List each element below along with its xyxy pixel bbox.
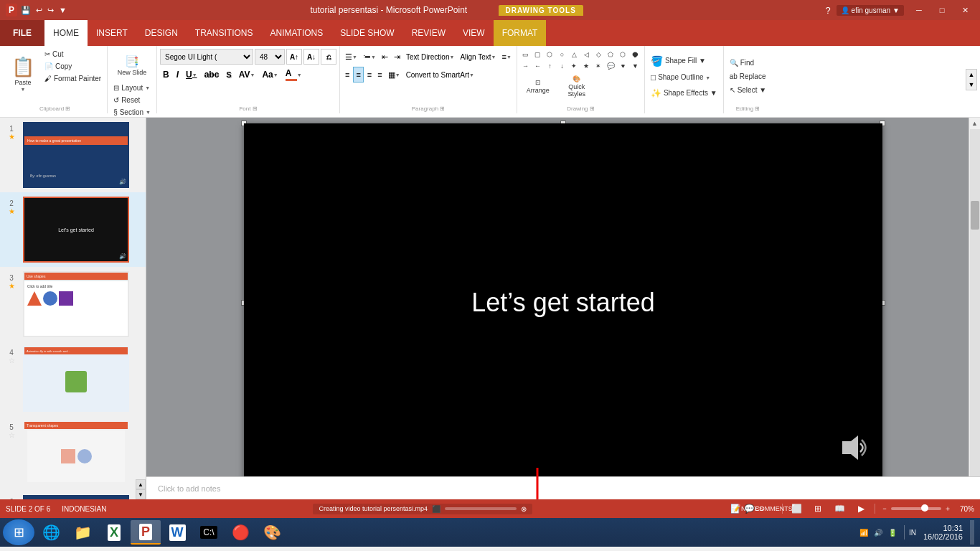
font-name-select[interactable]: Segoe UI Light ( [160,49,253,65]
scroll-up-button[interactable]: ▲ [969,118,981,129]
align-right-button[interactable]: ≡ [365,67,374,83]
taskbar-app-powerpoint[interactable]: P [131,520,161,545]
undo-icon[interactable]: ↩ [34,5,44,16]
shape-snip-rect[interactable]: ⬡ [545,49,555,60]
font-color-button[interactable]: A ▼ [283,67,305,83]
cut-button[interactable]: ✂ Cut [42,49,104,60]
taskbar-app-paint[interactable]: 🎨 [257,520,287,545]
decrease-indent-button[interactable]: ⇤ [380,49,390,65]
tab-view[interactable]: VIEW [454,20,494,46]
zoom-slider[interactable] [891,507,941,510]
shape-rect[interactable]: ▭ [520,49,531,60]
shape-effects-button[interactable]: ✨ Shape Effects ▼ [648,87,720,100]
shape-darrow[interactable]: ↓ [557,60,567,71]
network-icon[interactable]: 📶 [859,529,868,537]
taskbar-app-word[interactable]: W [162,520,192,545]
shape-diamond[interactable]: ◇ [593,49,604,60]
shape-triangle[interactable]: △ [569,49,580,60]
columns-button[interactable]: ▦ ▼ [386,67,402,83]
close-button[interactable]: ✕ [956,3,974,17]
section-button[interactable]: § Section ▼ [110,107,154,118]
normal-view-button[interactable]: ⬜ [788,502,804,515]
taskbar-app-chrome[interactable]: 🔴 [225,520,255,545]
slide-thumb-3[interactable]: 3 ★ Use shapes Click to add title [0,267,146,342]
slide-thumb-2[interactable]: 2 ★ Let's get started 🔊 [0,192,146,267]
tab-design[interactable]: DESIGN [136,20,187,46]
slide-thumb-1[interactable]: 1 ★ How to make a great presentation By:… [0,118,146,192]
line-spacing-button[interactable]: ≡ ▼ [500,49,514,65]
align-center-button[interactable]: ≡ [353,67,363,83]
shape-rtriangle[interactable]: ◁ [581,49,592,60]
strikethrough-button[interactable]: abc [202,67,222,83]
replace-button[interactable]: ab Replace [727,71,769,82]
customize-qa-icon[interactable]: ▼ [57,5,68,15]
font-size-select[interactable]: 48 [255,49,285,65]
taskbar-clock[interactable]: 10:31 16/02/2016 [920,524,966,541]
font-size-change-button[interactable]: Aa ▼ [259,67,281,83]
shape-heart[interactable]: ♥ [618,60,628,71]
slide-audio-icon-main[interactable] [838,433,868,468]
tab-slideshow[interactable]: SLIDE SHOW [331,20,402,46]
layout-button[interactable]: ⊟ Layout ▼ [110,83,154,93]
slide-sorter-button[interactable]: ⊞ [810,502,826,515]
file-menu-button[interactable]: FILE [0,20,44,46]
find-button[interactable]: 🔍 Find [727,57,757,68]
increase-font-button[interactable]: A↑ [286,49,302,65]
char-spacing-button[interactable]: AV ▼ [236,67,258,83]
start-button[interactable]: ⊞ [3,519,34,545]
new-slide-button[interactable]: 📑 New Slide [110,49,154,81]
underline-button[interactable]: U ▼ [183,67,200,83]
format-painter-button[interactable]: 🖌 Format Painter [42,73,104,84]
reset-button[interactable]: ↺ Reset [110,95,154,105]
shape-star6[interactable]: ✶ [593,60,604,71]
maximize-button[interactable]: □ [933,3,951,17]
quick-styles-button[interactable]: 🎨 Quick Styles [559,74,595,99]
shape-oct[interactable]: ⯃ [630,49,641,60]
tab-format[interactable]: FORMAT [494,20,547,46]
shape-star4[interactable]: ✦ [569,60,580,71]
ribbon-scroll-up[interactable]: ▲ [966,70,976,80]
bold-button[interactable]: B [160,67,172,83]
shape-callout[interactable]: 💬 [606,60,616,71]
clear-format-button[interactable]: ⎌ [321,49,336,65]
justify-button[interactable]: ≡ [375,67,384,83]
shape-hexagon[interactable]: ⬡ [618,49,628,60]
battery-icon[interactable]: 🔋 [888,529,897,537]
drawing-expand-icon[interactable]: ⊞ [590,105,595,112]
zoom-out-button[interactable]: － [881,504,888,514]
tab-animations[interactable]: ANIMATIONS [261,20,331,46]
media-stop-icon[interactable]: ⊗ [521,505,527,513]
clipboard-expand-icon[interactable]: ⊞ [65,105,70,112]
media-progress-bar[interactable] [445,507,517,510]
zoom-in-button[interactable]: ＋ [944,504,951,514]
tab-home[interactable]: HOME [44,20,88,46]
decrease-font-button[interactable]: A↓ [303,49,319,65]
show-desktop-button[interactable] [970,520,974,545]
help-icon[interactable]: ? [825,5,830,16]
save-icon[interactable]: 💾 [19,5,32,16]
increase-indent-button[interactable]: ⇥ [392,49,402,65]
input-method[interactable]: IN [909,529,916,537]
tab-review[interactable]: REVIEW [403,20,454,46]
slide-show-button[interactable]: ▶ [853,502,869,515]
select-button[interactable]: ↖ Select ▼ [727,85,769,95]
user-badge[interactable]: 👤 efin gusman ▼ [837,5,904,16]
minimize-button[interactable]: ─ [910,3,928,17]
zoom-level[interactable]: 70% [954,505,974,513]
copy-button[interactable]: 📄 Copy [42,61,104,72]
shape-round-rect[interactable]: ▢ [532,49,543,60]
ribbon-scroll-down[interactable]: ▼ [966,80,976,90]
shape-oval[interactable]: ○ [557,49,567,60]
notes-area[interactable]: Click to add notes [146,476,980,499]
tab-transitions[interactable]: TRANSITIONS [187,20,262,46]
shape-larrow[interactable]: ← [532,60,543,71]
shape-pentagon[interactable]: ⬠ [606,49,616,60]
align-left-button[interactable]: ≡ [343,67,352,83]
text-direction-button[interactable]: Text Direction ▼ [404,49,457,65]
editing-expand-icon[interactable]: ⊞ [755,105,760,112]
shadow-button[interactable]: S [223,67,234,83]
reading-view-button[interactable]: 📖 [831,502,847,515]
taskbar-app-cmd[interactable]: C:\ [194,520,224,545]
convert-smartart-button[interactable]: Convert to SmartArt ▼ [404,67,476,83]
taskbar-app-excel[interactable]: X [99,520,129,545]
